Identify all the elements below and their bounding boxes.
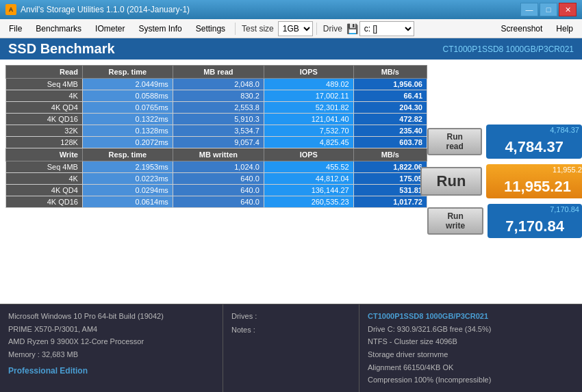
read-col-mb: MB read	[173, 66, 264, 79]
menu-system-info[interactable]: System Info	[132, 21, 188, 36]
run-button[interactable]: Run	[420, 167, 482, 196]
os-info: Microsoft Windows 10 Pro 64-bit Build (1…	[8, 310, 214, 323]
total-score-group: Run 11,955.21 11,955.21	[433, 164, 577, 198]
test-size-label: Test size	[239, 24, 277, 34]
benchmark-table: Read Resp. time MB read IOPS MB/s Seq 4M…	[5, 65, 427, 298]
pro-edition-label: Professional Edition	[8, 364, 214, 378]
iops-val: 489.02	[264, 79, 353, 90]
iops-val: 44,812.04	[264, 173, 353, 185]
read-header-row: Read Resp. time MB read IOPS MB/s	[6, 66, 427, 79]
mbs-val: 1,822.06	[353, 161, 427, 173]
info-drive-space: Drive C: 930.9/321.6GB free (34.5%)	[368, 323, 574, 336]
memory-info: Memory : 32,683 MB	[8, 348, 214, 361]
menu-screenshot[interactable]: Screenshot	[495, 21, 549, 36]
resp-time: 2.1953ms	[82, 161, 173, 173]
write-header-row: Write Resp. time MB written IOPS MB/s	[6, 148, 427, 161]
table-row: 32K 0.1328ms 3,534.7 7,532.70 235.40	[6, 125, 427, 137]
menu-benchmarks[interactable]: Benchmarks	[29, 21, 88, 36]
table-area: Read Resp. time MB read IOPS MB/s Seq 4M…	[0, 60, 582, 304]
cpu-info: AMD Ryzen 9 3900X 12-Core Processor	[8, 335, 214, 348]
run-write-button[interactable]: Run write	[427, 207, 483, 235]
mbs-val: 66.41	[353, 90, 427, 102]
window-title: Anvil's Storage Utilities 1.1.0 (2014-Ja…	[21, 5, 520, 14]
close-button[interactable]: ✕	[559, 3, 577, 16]
resp-time: 0.1322ms	[82, 114, 173, 125]
write-score-small: 7,170.84	[488, 204, 582, 215]
row-label: 4K QD4	[6, 185, 83, 196]
read-score-small: 4,784.37	[486, 125, 582, 135]
info-compression: Compression 100% (Incompressible)	[368, 374, 574, 387]
row-label: Seq 4MB	[6, 161, 83, 173]
mb-val: 640.0	[173, 185, 264, 196]
menu-iometer[interactable]: IOmeter	[89, 21, 131, 36]
maximize-button[interactable]: □	[540, 3, 557, 16]
read-table: Read Resp. time MB read IOPS MB/s Seq 4M…	[5, 65, 427, 208]
info-driver: Storage driver stornvme	[368, 348, 574, 361]
row-label: 128K	[6, 137, 83, 148]
benchmark-header: SSD Benchmark CT1000P1SSD8 1000GB/P3CR02…	[0, 38, 582, 60]
write-score-group: Run write 7,170.84 7,170.84	[433, 204, 577, 238]
mbs-val: 472.82	[353, 114, 427, 125]
main-content: SSD Benchmark CT1000P1SSD8 1000GB/P3CR02…	[0, 38, 582, 392]
write-col-iops: IOPS	[264, 148, 353, 161]
mbs-val: 235.40	[353, 125, 427, 137]
resp-time: 0.1328ms	[82, 125, 173, 137]
benchmark-drive-id: CT1000P1SSD8 1000GB/P3CR021	[443, 44, 574, 54]
benchmark-title: SSD Benchmark	[8, 41, 115, 57]
read-col-iops: IOPS	[264, 66, 353, 79]
iops-val: 17,002.11	[264, 90, 353, 102]
iops-val: 455.52	[264, 161, 353, 173]
motherboard-info: PRIME X570-P/3001, AM4	[8, 323, 214, 336]
run-read-button[interactable]: Run read	[427, 128, 482, 155]
resp-time: 0.0614ms	[82, 196, 173, 208]
row-label: 4K	[6, 173, 83, 185]
drive-select[interactable]: c: []	[359, 21, 414, 36]
write-col-mb: MB written	[173, 148, 264, 161]
table-row: 4K QD16 0.1322ms 5,910.3 121,041.40 472.…	[6, 114, 427, 125]
minimize-button[interactable]: —	[520, 3, 538, 16]
mbs-val: 531.81	[353, 185, 427, 196]
row-label: 4K QD16	[6, 196, 83, 208]
resp-time: 0.0588ms	[82, 90, 173, 102]
mbs-val: 175.05	[353, 173, 427, 185]
info-bar: Microsoft Windows 10 Pro 64-bit Build (1…	[0, 304, 582, 392]
app-icon: A	[5, 4, 16, 15]
read-col-mbs: MB/s	[353, 66, 427, 79]
test-size-select[interactable]: 1GB 2GB 4GB	[278, 21, 313, 36]
read-score-box: 4,784.37 4,784.37	[486, 125, 582, 159]
iops-val: 4,825.45	[264, 137, 353, 148]
write-score-big: 7,170.84	[488, 215, 582, 238]
info-alignment: Alignment 66150/4KB OK	[368, 361, 574, 374]
read-score-big: 4,784.37	[486, 135, 582, 159]
iops-val: 52,301.82	[264, 102, 353, 114]
iops-val: 260,535.23	[264, 196, 353, 208]
write-col-label: Write	[6, 148, 83, 161]
mb-val: 9,057.4	[173, 137, 264, 148]
score-panel: Run read 4,784.37 4,784.37 Run 11,955.21…	[433, 65, 577, 298]
table-row: 4K 0.0588ms 830.2 17,002.11 66.41	[6, 90, 427, 102]
notes-label: Notes :	[231, 324, 351, 337]
menu-help[interactable]: Help	[550, 21, 579, 36]
table-row: Seq 4MB 2.0449ms 2,048.0 489.02 1,956.06	[6, 79, 427, 90]
total-score-small: 11,955.21	[486, 164, 582, 175]
write-col-resp: Resp. time	[82, 148, 173, 161]
iops-val: 121,041.40	[264, 114, 353, 125]
separator-2	[316, 23, 317, 35]
menu-settings[interactable]: Settings	[190, 21, 231, 36]
read-col-label: Read	[6, 66, 83, 79]
iops-val: 136,144.27	[264, 185, 353, 196]
mb-val: 830.2	[173, 90, 264, 102]
read-score-group: Run read 4,784.37 4,784.37	[433, 125, 577, 159]
table-row: 4K QD4 0.0765ms 2,553.8 52,301.82 204.30	[6, 102, 427, 114]
mb-val: 2,553.8	[173, 102, 264, 114]
menu-file[interactable]: File	[3, 21, 28, 36]
write-col-mbs: MB/s	[353, 148, 427, 161]
mb-val: 1,024.0	[173, 161, 264, 173]
mbs-val: 603.78	[353, 137, 427, 148]
row-label: 4K QD4	[6, 102, 83, 114]
drive-label: Drive	[320, 24, 345, 34]
total-score-box: 11,955.21 11,955.21	[486, 164, 582, 198]
write-score-box: 7,170.84 7,170.84	[488, 204, 582, 238]
table-row: 128K 0.2072ms 9,057.4 4,825.45 603.78	[6, 137, 427, 148]
info-right: CT1000P1SSD8 1000GB/P3CR021 Drive C: 930…	[359, 304, 582, 392]
